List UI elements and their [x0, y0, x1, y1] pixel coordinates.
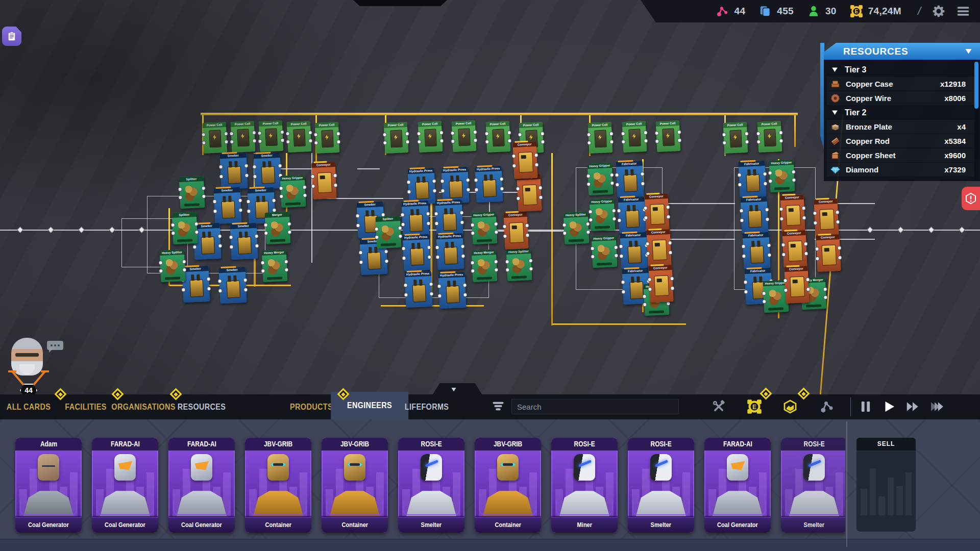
pause-button[interactable]: [855, 397, 876, 417]
board-card[interactable]: Heavy Splitter: [564, 212, 590, 244]
engineer-card[interactable]: ROSI-EMiner: [551, 438, 618, 533]
resources-panel-header[interactable]: RESOURCES: [824, 43, 980, 60]
board-card[interactable]: Power Cell: [418, 121, 443, 153]
board-card[interactable]: Hydraulic Press: [436, 233, 464, 270]
board-card[interactable]: Fabricator: [618, 196, 646, 233]
menu-button[interactable]: [955, 4, 971, 19]
board-card[interactable]: Power Cell: [656, 120, 681, 152]
board-card[interactable]: Power Cell: [486, 121, 511, 153]
board-card[interactable]: Smelter: [253, 153, 281, 189]
board-card[interactable]: Heavy Merger: [262, 249, 288, 282]
engineer-card[interactable]: ROSI-ESmelter: [628, 438, 694, 533]
board-card[interactable]: Power Cell: [203, 122, 228, 154]
board-card[interactable]: Power Cell: [723, 122, 748, 154]
engineer-card[interactable]: AdamCoal Generator: [15, 438, 82, 533]
board-card[interactable]: Conveyor: [814, 198, 839, 236]
board-card[interactable]: Hydraulic Press: [401, 201, 429, 237]
board-card[interactable]: Conveyor: [517, 174, 542, 212]
skip-button[interactable]: [927, 397, 947, 417]
board-card[interactable]: Heavy Gripper: [769, 160, 795, 192]
board-card[interactable]: Hydraulic Press: [435, 199, 463, 236]
board-card[interactable]: Power Cell: [259, 120, 284, 152]
board-card[interactable]: Splitter: [172, 212, 198, 244]
search-input[interactable]: [511, 399, 679, 414]
ff-button[interactable]: [902, 397, 923, 417]
board-card[interactable]: Heavy Splitter: [160, 249, 186, 282]
board-card[interactable]: Power Cell: [757, 121, 782, 153]
board-card[interactable]: Power Cell: [588, 122, 613, 154]
board-card[interactable]: Fabricator: [620, 232, 648, 269]
board-card[interactable]: Power Cell: [452, 120, 477, 152]
node-tool-button[interactable]: [817, 397, 838, 417]
board-card[interactable]: Heavy Gripper: [592, 235, 618, 268]
board-card[interactable]: Heavy Gripper: [472, 212, 498, 244]
tab-lifeforms[interactable]: LIFEFORMS: [396, 394, 458, 419]
settings-button[interactable]: [931, 4, 946, 19]
board-card[interactable]: Power Cell: [287, 121, 312, 153]
alert-button[interactable]: [962, 187, 980, 210]
energy-tool-button[interactable]: E: [744, 397, 765, 417]
tab-all-cards[interactable]: ALL CARDS: [0, 394, 60, 419]
board-card[interactable]: Hydraulic Press: [407, 168, 435, 205]
collapse-triangle-icon[interactable]: [964, 47, 973, 56]
sell-zone[interactable]: SELL: [856, 438, 916, 532]
board-card[interactable]: Fabricator: [738, 161, 766, 197]
player-avatar[interactable]: 44: [4, 337, 53, 393]
board-card[interactable]: Merger: [265, 212, 291, 244]
board-card[interactable]: Fabricator: [740, 196, 768, 233]
board-card[interactable]: Smelter: [182, 266, 210, 303]
board-card[interactable]: Conveyor: [512, 141, 537, 179]
board-card[interactable]: Splitter: [376, 216, 402, 248]
engineer-card[interactable]: JBV-GRIBContainer: [475, 438, 541, 533]
engineer-card[interactable]: ROSI-ESmelter: [398, 438, 464, 533]
engineer-card[interactable]: JBV-GRIBContainer: [245, 438, 311, 533]
board-card[interactable]: Smelter: [213, 187, 241, 224]
board-card[interactable]: Hydraulic Press: [475, 166, 503, 203]
board-card[interactable]: Heavy Gripper: [587, 163, 614, 195]
board-card[interactable]: Splitter: [179, 176, 205, 209]
board-card[interactable]: Conveyor: [644, 193, 669, 231]
board-card[interactable]: Smelter: [230, 223, 258, 260]
board-card[interactable]: Heavy Splitter: [506, 248, 532, 281]
hexagon-tool-button[interactable]: [780, 397, 800, 417]
tier-header[interactable]: Tier 3: [824, 63, 980, 77]
board-card[interactable]: Heavy Gripper: [590, 198, 616, 231]
board-card[interactable]: Conveyor: [646, 229, 671, 267]
board-card[interactable]: Fabricator: [742, 232, 770, 269]
board-card[interactable]: Hydraulic Press: [402, 234, 430, 271]
board-card[interactable]: Conveyor: [780, 194, 805, 232]
board-card[interactable]: Heavy Merger: [472, 249, 498, 282]
engineer-card[interactable]: JBV-GRIBContainer: [322, 438, 388, 533]
engineer-card[interactable]: FARAD-AICoal Generator: [92, 438, 158, 533]
board-card[interactable]: Power Cell: [315, 122, 340, 154]
play-button[interactable]: [879, 397, 899, 417]
board-card[interactable]: Conveyor: [648, 265, 673, 303]
tier-header[interactable]: Tier 2: [824, 106, 980, 119]
tools-tool-button[interactable]: [708, 397, 729, 417]
board-card[interactable]: Hydraulic Press: [404, 271, 432, 308]
board-card[interactable]: Hydraulic Press: [438, 272, 466, 309]
board-card[interactable]: Conveyor: [503, 212, 528, 249]
engineer-card[interactable]: FARAD-AICoal Generator: [168, 438, 235, 533]
board-card[interactable]: Smelter: [218, 267, 247, 304]
board-card[interactable]: Smelter: [219, 153, 248, 189]
board-card[interactable]: Conveyor: [311, 162, 336, 199]
board-card[interactable]: Conveyor: [784, 266, 809, 304]
board-card[interactable]: Power Cell: [622, 121, 647, 153]
tray-collapse-icon[interactable]: [448, 386, 459, 393]
board-card[interactable]: Hydraulic Press: [441, 167, 469, 204]
engineer-card[interactable]: ROSI-ESmelter: [781, 438, 845, 533]
board-card[interactable]: Power Cell: [231, 121, 256, 153]
board-card[interactable]: Conveyor: [816, 234, 841, 272]
board-card[interactable]: Heavy Gripper: [280, 175, 306, 208]
quest-log-button[interactable]: [2, 27, 21, 46]
scrollbar[interactable]: [974, 62, 978, 180]
chat-bubble-icon[interactable]: [47, 341, 63, 350]
board-card[interactable]: Fabricator: [616, 161, 644, 197]
filter-icon[interactable]: [491, 399, 505, 414]
scrollbar-thumb[interactable]: [974, 62, 978, 109]
engineer-card[interactable]: FARAD-AICoal Generator: [704, 438, 771, 533]
tab-resources[interactable]: RESOURCES: [168, 394, 235, 419]
board-card[interactable]: Power Cell: [384, 122, 409, 154]
board-card[interactable]: Conveyor: [782, 230, 807, 268]
